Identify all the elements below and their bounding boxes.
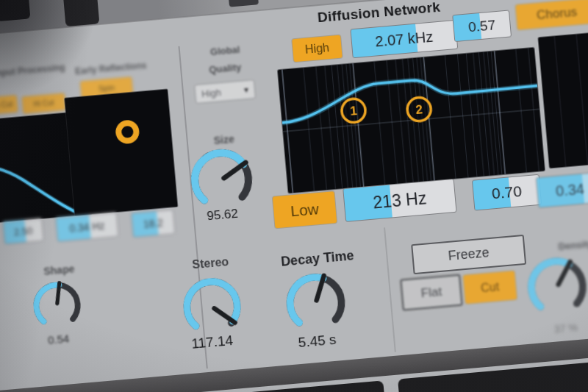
svg-text:1: 1 xyxy=(350,104,358,118)
photographed-screen: Input Processing Lo Cut Hi Cut 2.50 Earl… xyxy=(0,0,588,392)
section-divider xyxy=(384,227,396,352)
background-ui-fragment xyxy=(63,0,99,26)
high-shelf-freq-box[interactable]: 2.07 kHz xyxy=(350,20,458,58)
reverb-device-panel: Input Processing Lo Cut Hi Cut 2.50 Earl… xyxy=(0,0,588,392)
high-shelf-button[interactable]: High xyxy=(292,35,342,63)
decay-time-knob[interactable] xyxy=(279,266,353,340)
hi-cut-button[interactable]: Hi Cut xyxy=(22,93,66,114)
low-shelf-gain-box[interactable]: 0.70 xyxy=(472,174,542,211)
predelay-value-box[interactable]: 2.50 xyxy=(2,218,44,245)
chorus-button[interactable]: Chorus xyxy=(515,0,588,30)
high-shelf-gain-box[interactable]: 0.57 xyxy=(452,10,512,42)
decay-time-label: Decay Time xyxy=(260,246,375,271)
stereo-knob-label: Stereo xyxy=(179,254,242,273)
low-shelf-button[interactable]: Low xyxy=(273,191,337,228)
spin-rate-value-box[interactable]: 0.34 Hz xyxy=(55,212,119,242)
chorus-display[interactable] xyxy=(538,32,588,168)
shape-knob[interactable] xyxy=(28,277,87,335)
cut-button[interactable]: Cut xyxy=(463,271,517,304)
global-label-line2: Quality xyxy=(196,60,255,76)
density-knob[interactable] xyxy=(520,250,588,324)
quality-selected-value: High xyxy=(201,85,245,99)
svg-text:2: 2 xyxy=(415,102,423,117)
filter-handle-2[interactable]: 2 xyxy=(406,96,432,122)
filter-handle-1[interactable]: 1 xyxy=(341,98,367,124)
quality-dropdown[interactable]: High ▾ xyxy=(194,79,256,104)
spin-xy-display[interactable] xyxy=(65,89,177,215)
freeze-button[interactable]: Freeze xyxy=(411,235,526,274)
lo-cut-button[interactable]: Lo Cut xyxy=(0,95,18,115)
dropdown-caret-icon: ▾ xyxy=(243,85,248,95)
global-label-line1: Global xyxy=(196,42,255,59)
background-ui-fragment xyxy=(0,0,30,21)
diffusion-filter-display[interactable]: 1 2 xyxy=(278,48,545,193)
chorus-amount-box[interactable]: 0.34 xyxy=(536,171,588,208)
spin-depth-value-box[interactable]: 18.2 xyxy=(131,209,176,238)
flat-button[interactable]: Flat xyxy=(400,274,462,311)
